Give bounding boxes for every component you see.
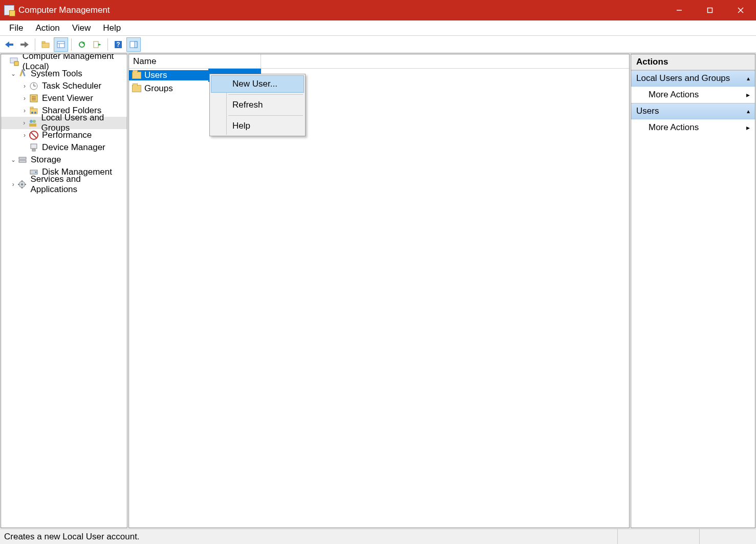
collapse-icon[interactable]: ⌄ xyxy=(9,156,17,163)
tree-label: Performance xyxy=(41,130,93,141)
svg-marker-6 xyxy=(25,41,29,48)
status-bar: Creates a new Local User account. xyxy=(0,529,756,544)
tree-node-storage[interactable]: ⌄ Storage xyxy=(1,154,127,166)
minimize-button[interactable] xyxy=(664,0,695,20)
actions-link-label: More Actions xyxy=(649,90,699,100)
svg-rect-20 xyxy=(135,41,137,48)
menu-file[interactable]: File xyxy=(3,21,29,35)
svg-rect-41 xyxy=(31,144,37,149)
context-menu-new-user[interactable]: New User... xyxy=(211,75,304,93)
storage-icon xyxy=(17,155,28,165)
event-icon xyxy=(29,93,39,103)
svg-rect-42 xyxy=(32,149,35,151)
tree-node-services-apps[interactable]: › Services and Applications xyxy=(1,178,127,191)
tree-root[interactable]: ▸ Computer Management (Local) xyxy=(1,55,127,68)
expand-icon[interactable]: › xyxy=(20,107,29,114)
list-cell-name: Groups xyxy=(144,83,173,94)
up-level-button[interactable] xyxy=(38,37,53,52)
status-cell xyxy=(700,529,756,544)
svg-rect-15 xyxy=(94,41,98,48)
actions-link-more-actions[interactable]: More Actions ▸ xyxy=(631,87,755,103)
refresh-button[interactable] xyxy=(75,37,89,52)
svg-rect-9 xyxy=(42,41,45,43)
tree-node-event-viewer[interactable]: › Event Viewer xyxy=(1,92,127,104)
svg-point-46 xyxy=(35,172,37,173)
computer-mgmt-icon xyxy=(9,56,19,67)
chevron-right-icon: ▸ xyxy=(746,91,750,99)
expand-icon[interactable]: › xyxy=(20,132,29,139)
context-menu-refresh[interactable]: Refresh xyxy=(211,96,304,114)
tree[interactable]: ▸ Computer Management (Local) ⌄ System T… xyxy=(1,54,127,192)
svg-marker-4 xyxy=(5,41,9,48)
app-icon xyxy=(4,5,14,15)
tree-node-device-manager[interactable]: › Device Manager xyxy=(1,141,127,154)
actions-section-label: Users xyxy=(636,106,659,116)
window-title: Computer Management xyxy=(18,5,664,15)
chevron-right-icon: ▸ xyxy=(746,123,750,132)
menu-bar: File Action View Help xyxy=(0,20,756,36)
expand-icon[interactable]: › xyxy=(20,95,29,102)
context-menu-separator xyxy=(228,94,303,95)
tools-icon xyxy=(17,69,28,79)
tree-node-local-users-groups[interactable]: › Local Users and Groups xyxy=(1,117,127,129)
svg-rect-43 xyxy=(19,157,26,159)
collapse-icon[interactable]: ⌄ xyxy=(9,70,17,77)
actions-link-more-actions[interactable]: More Actions ▸ xyxy=(631,119,755,136)
close-button[interactable] xyxy=(725,0,756,20)
forward-button[interactable] xyxy=(17,37,32,52)
users-groups-icon xyxy=(28,118,38,128)
svg-rect-33 xyxy=(30,107,33,109)
list-row-groups[interactable]: Groups xyxy=(129,82,629,95)
collapse-up-icon: ▴ xyxy=(747,75,750,82)
expand-icon[interactable]: › xyxy=(9,181,17,188)
svg-point-37 xyxy=(33,120,36,123)
actions-section-local-users-groups[interactable]: Local Users and Groups ▴ xyxy=(631,70,755,87)
tree-label: Storage xyxy=(30,154,62,165)
help-button[interactable]: ? xyxy=(111,37,125,52)
svg-point-48 xyxy=(21,183,23,185)
folder-icon xyxy=(132,85,141,92)
toolbar-separator xyxy=(35,38,35,51)
list-cell-name: Users xyxy=(144,70,167,80)
shared-folder-icon xyxy=(29,106,39,116)
svg-rect-8 xyxy=(42,43,49,48)
toolbar-separator xyxy=(107,38,108,51)
device-icon xyxy=(29,142,39,153)
status-cell xyxy=(618,529,700,544)
back-button[interactable] xyxy=(2,37,16,52)
menu-help[interactable]: Help xyxy=(97,21,127,35)
context-menu-separator xyxy=(228,115,303,116)
list-row-users[interactable]: Users xyxy=(129,69,629,82)
actions-panel: Actions Local Users and Groups ▴ More Ac… xyxy=(631,54,755,528)
toolbar: ? xyxy=(0,36,756,53)
maximize-button[interactable] xyxy=(695,0,725,20)
folder-icon xyxy=(132,72,141,79)
svg-point-35 xyxy=(34,112,36,114)
menu-action[interactable]: Action xyxy=(29,21,66,35)
toolbar-separator xyxy=(71,38,72,51)
expand-icon[interactable]: › xyxy=(20,119,28,127)
tree-label: Event Viewer xyxy=(41,93,94,104)
tree-panel: ▸ Computer Management (Local) ⌄ System T… xyxy=(1,54,127,528)
title-bar: Computer Management xyxy=(0,0,756,20)
actions-section-label: Local Users and Groups xyxy=(636,73,730,83)
svg-rect-44 xyxy=(19,160,26,162)
svg-marker-16 xyxy=(98,44,101,46)
actions-section-users[interactable]: Users ▴ xyxy=(631,103,755,119)
tree-node-task-scheduler[interactable]: › Task Scheduler xyxy=(1,80,127,92)
actions-title: Actions xyxy=(631,54,755,70)
context-menu-help[interactable]: Help xyxy=(211,117,304,135)
tree-label: Device Manager xyxy=(41,142,106,153)
export-button[interactable] xyxy=(90,37,104,52)
svg-point-36 xyxy=(30,120,33,123)
expand-icon[interactable]: › xyxy=(20,82,29,90)
show-actions-button[interactable] xyxy=(126,37,141,52)
tree-label: Task Scheduler xyxy=(41,80,102,92)
column-header-name[interactable]: Name xyxy=(129,54,261,69)
properties-button[interactable] xyxy=(54,37,68,52)
svg-rect-7 xyxy=(20,44,25,46)
menu-view[interactable]: View xyxy=(66,21,97,35)
status-text: Creates a new Local User account. xyxy=(0,529,618,544)
svg-rect-1 xyxy=(708,8,712,13)
services-icon xyxy=(17,179,27,190)
